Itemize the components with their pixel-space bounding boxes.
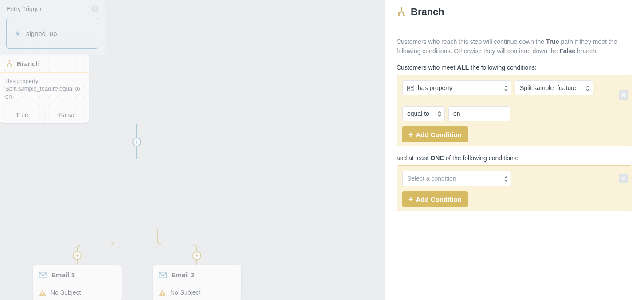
- add-step-left-button[interactable]: +: [73, 251, 82, 260]
- add-condition-button[interactable]: + Add Condition: [402, 191, 468, 207]
- email-subject-missing: No Subject: [51, 289, 81, 296]
- email-icon: [159, 271, 167, 279]
- condition-value-input[interactable]: on: [448, 106, 510, 121]
- contact-card-icon: [407, 84, 414, 91]
- condition-placeholder: Select a condition: [407, 175, 456, 182]
- plus-icon: +: [408, 130, 413, 139]
- condition-type-select[interactable]: has property: [402, 80, 511, 95]
- select-chevrons-icon: [585, 84, 590, 91]
- condition-block-one: Select a condition + Add Condition: [397, 165, 632, 211]
- warning-icon: [159, 289, 166, 296]
- panel-all-label: Customers who meet ALL the following con…: [397, 64, 632, 71]
- svg-rect-8: [42, 292, 43, 294]
- add-condition-button[interactable]: + Add Condition: [402, 126, 468, 142]
- svg-rect-9: [42, 294, 43, 295]
- svg-rect-11: [162, 292, 163, 294]
- help-icon[interactable]: ?: [91, 5, 98, 12]
- branch-icon: [397, 7, 406, 17]
- warning-icon: [39, 289, 46, 296]
- condition-row: has property Split.sample_feature equal …: [402, 80, 627, 121]
- select-chevrons-icon: [437, 110, 442, 117]
- condition-row-empty: Select a condition: [402, 171, 627, 186]
- canvas-dot-grid: [0, 30, 385, 300]
- panel-description: Customers who reach this step will conti…: [397, 37, 632, 56]
- condition-operator-value: equal to: [407, 110, 429, 117]
- select-chevrons-icon: [504, 175, 508, 182]
- email-node-name: Email 2: [171, 271, 195, 279]
- email-node-1[interactable]: Email 1 No Subject: [33, 265, 122, 300]
- condition-property-select[interactable]: Split.sample_feature: [515, 80, 593, 95]
- delete-condition-button[interactable]: [619, 90, 628, 100]
- svg-rect-16: [408, 86, 414, 91]
- svg-rect-18: [411, 87, 413, 88]
- condition-type-select-placeholder[interactable]: Select a condition: [402, 171, 511, 186]
- email-subject-missing: No Subject: [170, 289, 200, 296]
- svg-rect-12: [162, 294, 163, 295]
- svg-point-14: [398, 14, 400, 16]
- plus-icon: +: [408, 195, 413, 204]
- condition-property-value: Split.sample_feature: [520, 84, 577, 91]
- condition-type-value: has property: [418, 84, 452, 91]
- workflow-canvas[interactable]: Entry Trigger ? signed_up + Branch Has p…: [0, 0, 385, 300]
- condition-operator-select[interactable]: equal to: [402, 106, 445, 121]
- svg-point-13: [401, 7, 402, 9]
- panel-one-label: and at least ONE of the following condit…: [397, 154, 632, 162]
- select-chevrons-icon: [504, 84, 508, 91]
- email-node-2[interactable]: Email 2 No Subject: [153, 265, 241, 300]
- email-node-name: Email 1: [51, 271, 75, 279]
- svg-point-15: [403, 14, 404, 16]
- add-step-right-button[interactable]: +: [192, 251, 201, 260]
- svg-rect-19: [411, 89, 413, 89]
- panel-title: Branch: [411, 6, 444, 18]
- email-icon: [39, 271, 47, 279]
- entry-trigger-title: Entry Trigger: [6, 5, 42, 12]
- condition-block-all: has property Split.sample_feature equal …: [397, 75, 632, 146]
- delete-condition-button[interactable]: [619, 174, 628, 183]
- add-step-button[interactable]: +: [132, 138, 141, 146]
- svg-point-17: [408, 87, 410, 89]
- branch-settings-panel: Branch Customers who reach this step wil…: [385, 0, 644, 300]
